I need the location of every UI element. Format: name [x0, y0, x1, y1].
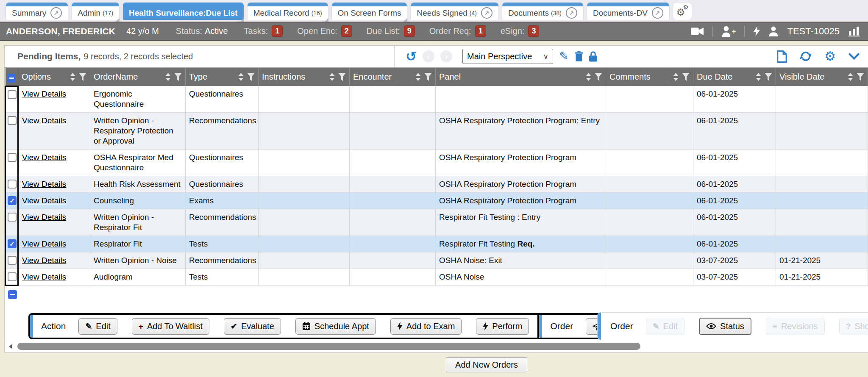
counter-label: Due List:: [367, 26, 400, 36]
view-details-link[interactable]: View Details: [22, 153, 66, 162]
select-all-checkbox[interactable]: [7, 74, 16, 83]
filter-icon[interactable]: [247, 73, 255, 81]
tab-documents[interactable]: Documents(38)↗: [502, 3, 583, 20]
tab-admin[interactable]: Admin(17): [72, 3, 119, 20]
filter-icon[interactable]: [765, 73, 772, 81]
row-checkbox[interactable]: [8, 153, 17, 162]
view-details-link[interactable]: View Details: [22, 89, 66, 98]
video-call-icon[interactable]: [691, 28, 704, 35]
grid-tools: ⚙: [777, 50, 868, 63]
counter-label: eSign:: [501, 26, 525, 36]
filter-icon[interactable]: [424, 73, 432, 81]
filter-icon[interactable]: [857, 73, 864, 81]
chart-stats-icon[interactable]: [849, 26, 860, 37]
tab-health-surveillance-due-list[interactable]: Health Surveillance:Due List: [123, 3, 244, 20]
tab-needs-signed[interactable]: Needs Signed(4)↗: [411, 3, 498, 20]
table-row: View DetailsWritten Opinion - NoiseRecom…: [6, 252, 868, 269]
row-checkbox[interactable]: [8, 256, 17, 265]
counter-badge[interactable]: 1: [272, 25, 283, 37]
view-details-link[interactable]: View Details: [22, 256, 66, 265]
add-person-icon[interactable]: +: [722, 26, 732, 37]
view-details-link[interactable]: View Details: [22, 272, 66, 281]
tab-count: (17): [103, 10, 113, 17]
open-in-new-icon[interactable]: ↗: [50, 7, 62, 19]
open-in-new-icon[interactable]: ↗: [566, 7, 577, 19]
order-name-cell: Counseling: [90, 193, 186, 209]
divider: [712, 26, 713, 37]
filter-icon[interactable]: [338, 73, 346, 81]
row-checkbox[interactable]: [8, 116, 17, 125]
sort-icon[interactable]: [586, 73, 591, 81]
sort-icon[interactable]: [848, 73, 853, 81]
sort-icon[interactable]: [165, 73, 171, 81]
select-all-checkbox-bottom[interactable]: [8, 290, 17, 299]
sort-icon[interactable]: [673, 73, 679, 81]
lock-perspective-icon[interactable]: [589, 51, 597, 62]
tab-medical-record[interactable]: Medical Record(16): [248, 3, 328, 20]
add-new-orders-button[interactable]: Add New Orders: [446, 357, 527, 372]
add-to-exam-button[interactable]: Add to Exam: [390, 318, 462, 335]
new-document-icon[interactable]: [777, 50, 787, 63]
tab-documents-dv[interactable]: Documents-DV↗: [587, 3, 669, 20]
prev-perspective-icon[interactable]: ‹: [423, 50, 434, 62]
refresh-icon[interactable]: [800, 50, 812, 62]
add-to-waitlist-button[interactable]: +Add To Waitlist: [132, 318, 209, 335]
view-details-link[interactable]: View Details: [22, 116, 66, 125]
type-cell: Recommendations: [186, 113, 259, 150]
open-in-new-icon[interactable]: ↗: [652, 7, 663, 19]
view-details-link[interactable]: View Details: [22, 180, 66, 188]
row-checkbox[interactable]: ✓: [8, 196, 17, 205]
sort-icon[interactable]: [329, 73, 335, 81]
sort-icon[interactable]: [238, 73, 244, 81]
row-checkbox-cell: [6, 252, 18, 269]
comments-cell: [606, 209, 693, 236]
open-in-new-icon[interactable]: ↗: [481, 7, 492, 19]
view-details-link[interactable]: View Details: [22, 196, 66, 205]
next-perspective-icon[interactable]: ›: [440, 50, 452, 62]
row-checkbox[interactable]: [8, 90, 17, 99]
filter-icon[interactable]: [79, 73, 86, 81]
view-details-link[interactable]: View Details: [22, 239, 66, 248]
user-icon[interactable]: [769, 26, 778, 36]
grid-settings-icon[interactable]: ⚙: [824, 50, 836, 63]
edit-perspective-icon[interactable]: ✎: [559, 50, 569, 63]
counter-badge[interactable]: 3: [528, 25, 539, 37]
scroll-left-arrow-icon[interactable]: [9, 344, 12, 349]
visible-date-cell: [776, 193, 868, 209]
sort-icon[interactable]: [70, 73, 75, 81]
tab-summary[interactable]: Summary↗: [6, 3, 68, 20]
counter-badge[interactable]: 9: [404, 25, 415, 37]
counter-badge[interactable]: 1: [475, 25, 486, 37]
button-label: Evaluate: [241, 322, 274, 331]
row-checkbox[interactable]: [8, 213, 17, 222]
filter-icon[interactable]: [682, 73, 690, 81]
undo-icon[interactable]: ↺: [406, 50, 417, 63]
scrollbar-thumb[interactable]: [17, 343, 640, 350]
filter-icon[interactable]: [174, 73, 182, 81]
row-checkbox[interactable]: ✓: [8, 239, 17, 248]
quick-action-bolt-icon[interactable]: [754, 26, 760, 36]
edit-button[interactable]: ✎Edit: [78, 318, 117, 335]
row-checkbox[interactable]: [8, 272, 17, 281]
view-details-link[interactable]: View Details: [22, 213, 66, 222]
type-cell: Recommendations: [186, 252, 259, 269]
sort-icon[interactable]: [415, 73, 421, 81]
collapse-chevron-icon[interactable]: [849, 53, 860, 60]
schedule-appt-button[interactable]: Schedule Appt: [295, 318, 376, 335]
counter-badge[interactable]: 2: [341, 25, 352, 37]
delete-perspective-icon[interactable]: [575, 51, 583, 62]
filter-icon[interactable]: [595, 73, 602, 81]
check-icon: ✔: [231, 322, 237, 330]
sort-icon[interactable]: [756, 73, 761, 81]
plus-icon: +: [139, 322, 143, 330]
perform-button[interactable]: Perform: [476, 318, 529, 335]
tab-on-screen-forms[interactable]: On Screen Forms: [332, 3, 407, 20]
perspective-select[interactable]: Main Perspective ∨: [462, 49, 553, 64]
dropdown-fold-icon: [403, 18, 407, 22]
status-button[interactable]: Status: [699, 318, 751, 335]
horizontal-scrollbar[interactable]: [5, 340, 868, 352]
tab-settings-button[interactable]: ⚙ ⚙: [673, 3, 692, 20]
evaluate-button[interactable]: ✔Evaluate: [224, 318, 281, 335]
options-cell: View Details: [18, 86, 90, 113]
row-checkbox[interactable]: [8, 180, 17, 188]
